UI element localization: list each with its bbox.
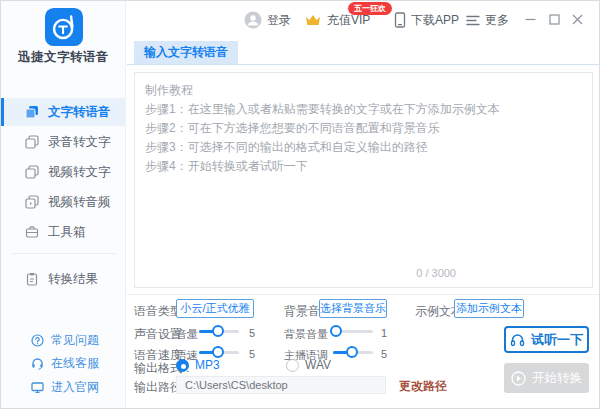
volume-slider-knob[interactable] bbox=[212, 325, 224, 337]
convert-button-label: 开始转换 bbox=[532, 370, 582, 387]
placeholder-line: 步骤1：在这里输入或者粘贴需要转换的文字或在下方添加示例文本 bbox=[145, 100, 582, 119]
volume-value: 5 bbox=[249, 327, 255, 339]
preview-button-label: 试听一下 bbox=[531, 331, 583, 349]
change-path-link[interactable]: 更改路径 bbox=[399, 378, 447, 395]
copy-doc-icon bbox=[25, 105, 39, 119]
sidebar-divider bbox=[11, 253, 116, 254]
phone-icon bbox=[394, 12, 406, 28]
sidebar: 迅捷文字转语音 文字转语音 录音转文字 视频转文字 视频转音频 bbox=[1, 1, 126, 408]
settings-divider bbox=[127, 294, 600, 295]
hamburger-icon bbox=[466, 15, 480, 26]
volume-slider[interactable] bbox=[199, 330, 239, 333]
maximize-button[interactable] bbox=[544, 9, 564, 29]
sidebar-item-label: 视频转文字 bbox=[48, 164, 111, 181]
bg-volume-label: 背景音量 bbox=[284, 327, 328, 342]
sidebar-item-label: 视频转音频 bbox=[48, 194, 111, 211]
bg-volume-value: 1 bbox=[381, 327, 387, 339]
voice-type-button[interactable]: 小云/正式优雅 bbox=[176, 299, 254, 318]
sidebar-link-faq[interactable]: 常见问题 bbox=[1, 331, 126, 349]
sidebar-item-video-to-audio[interactable]: 视频转音频 bbox=[1, 188, 126, 216]
sidebar-item-toolbox[interactable]: 工具箱 bbox=[1, 218, 126, 246]
speed-value: 5 bbox=[249, 348, 255, 360]
bg-volume-slider[interactable] bbox=[333, 330, 373, 333]
copy-doc-icon bbox=[25, 165, 39, 179]
avatar-icon bbox=[244, 11, 262, 29]
app-window: 迅捷文字转语音 文字转语音 录音转文字 视频转文字 视频转音频 bbox=[0, 0, 600, 409]
more-menu-button[interactable]: 更多 bbox=[466, 10, 509, 30]
preview-button[interactable]: 试听一下 bbox=[504, 326, 589, 353]
text-input-area[interactable]: 制作教程 步骤1：在这里输入或者粘贴需要转换的文字或在下方添加示例文本 步骤2：… bbox=[134, 72, 593, 288]
download-app-label: 下载APP bbox=[411, 12, 459, 29]
close-button[interactable] bbox=[567, 9, 587, 29]
volume-label: 音量 bbox=[176, 327, 198, 342]
start-convert-button[interactable]: 开始转换 bbox=[504, 363, 589, 393]
radio-dot-icon bbox=[286, 359, 299, 372]
sidebar-link-support[interactable]: 在线客服 bbox=[1, 354, 126, 372]
minimize-button[interactable] bbox=[520, 9, 540, 29]
placeholder-line: 步骤4：开始转换或者试听一下 bbox=[145, 157, 582, 176]
question-circle-icon bbox=[31, 334, 44, 347]
radio-wav-label: WAV bbox=[305, 358, 331, 372]
toolbox-icon bbox=[25, 225, 39, 239]
sidebar-item-label: 工具箱 bbox=[48, 224, 86, 241]
add-sample-text-button[interactable]: 添加示例文本 bbox=[454, 299, 524, 318]
pitch-value: 5 bbox=[381, 348, 387, 360]
radio-mp3-label: MP3 bbox=[195, 358, 220, 372]
select-bgm-button[interactable]: 选择背景音乐 bbox=[319, 299, 387, 318]
radio-wav[interactable]: WAV bbox=[286, 358, 331, 372]
sidebar-item-video-to-text[interactable]: 视频转文字 bbox=[1, 158, 126, 186]
sidebar-item-label: 文字转语音 bbox=[48, 104, 111, 121]
char-counter: 0 / 3000 bbox=[416, 267, 456, 279]
pitch-slider[interactable] bbox=[333, 351, 373, 354]
sidebar-link-website[interactable]: 进入官网 bbox=[1, 378, 126, 396]
tab-underline bbox=[127, 64, 600, 65]
app-title: 迅捷文字转语音 bbox=[1, 49, 126, 66]
sidebar-item-results[interactable]: 转换结果 bbox=[1, 265, 126, 293]
placeholder-line: 制作教程 bbox=[145, 81, 582, 100]
play-circle-icon bbox=[511, 371, 526, 386]
clipboard-icon bbox=[25, 272, 39, 286]
placeholder-line: 步骤3：可选择不同的输出的格式和自定义输出的路径 bbox=[145, 138, 582, 157]
sidebar-link-label: 在线客服 bbox=[51, 355, 99, 372]
monitor-icon bbox=[31, 381, 44, 394]
login-label: 登录 bbox=[267, 12, 291, 29]
vip-promo-badge: 五一狂欢 bbox=[348, 2, 392, 15]
sidebar-item-text-to-speech[interactable]: 文字转语音 bbox=[1, 98, 126, 126]
speed-slider[interactable] bbox=[199, 351, 239, 354]
sidebar-link-label: 常见问题 bbox=[51, 332, 99, 349]
download-app-button[interactable]: 下载APP bbox=[394, 10, 459, 30]
speed-slider-knob[interactable] bbox=[212, 346, 224, 358]
sidebar-item-label: 录音转文字 bbox=[48, 134, 111, 151]
copy-doc-icon bbox=[25, 135, 39, 149]
app-logo-icon bbox=[45, 8, 83, 46]
sidebar-item-audio-to-text[interactable]: 录音转文字 bbox=[1, 128, 126, 156]
headphones-icon bbox=[510, 333, 525, 347]
header: 登录 充值VIP 五一狂欢 下载APP 更多 bbox=[126, 1, 600, 39]
sidebar-link-label: 进入官网 bbox=[51, 379, 99, 396]
output-path-input[interactable]: C:\Users\CS\desktop bbox=[176, 376, 386, 394]
copy-doc-icon bbox=[25, 195, 39, 209]
headset-icon bbox=[31, 357, 44, 370]
more-label: 更多 bbox=[485, 12, 509, 29]
login-button[interactable]: 登录 bbox=[244, 10, 291, 30]
tab-input-text-to-speech[interactable]: 输入文字转语音 bbox=[134, 41, 238, 64]
radio-mp3[interactable]: MP3 bbox=[176, 358, 220, 372]
radio-dot-icon bbox=[176, 359, 189, 372]
sidebar-item-label: 转换结果 bbox=[48, 271, 98, 288]
pitch-slider-knob[interactable] bbox=[346, 346, 358, 358]
bg-volume-slider-knob[interactable] bbox=[330, 325, 342, 337]
placeholder-line: 步骤2：可在下方选择您想要的不同语音配置和背景音乐 bbox=[145, 119, 582, 138]
crown-icon bbox=[304, 13, 322, 27]
